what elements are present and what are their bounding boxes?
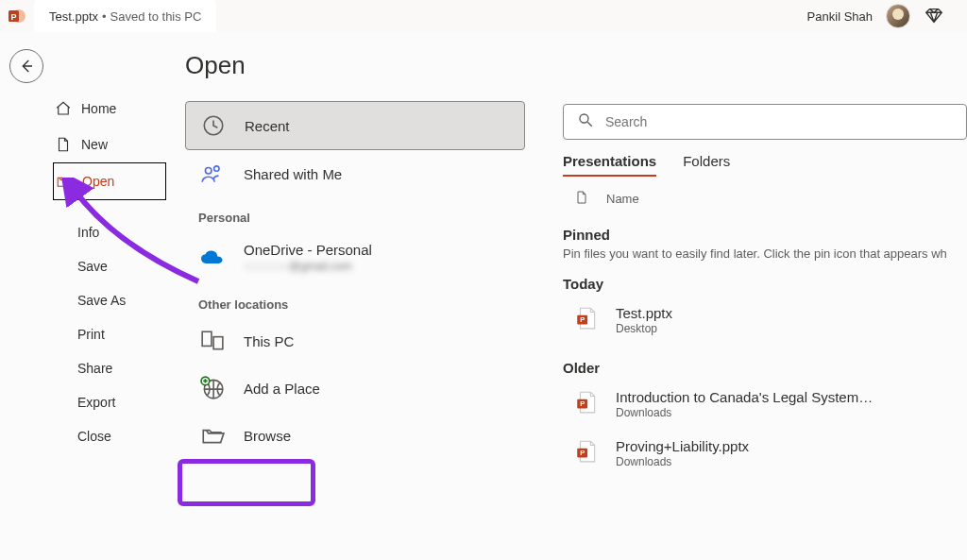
- file-row[interactable]: P Introduction to Canada's Legal System……: [563, 380, 967, 429]
- svg-point-10: [580, 114, 588, 123]
- section-older: Older: [563, 360, 967, 376]
- onedrive-icon: [198, 248, 227, 267]
- source-this-pc[interactable]: This PC: [185, 317, 525, 365]
- username[interactable]: Pankil Shah: [807, 9, 873, 24]
- search-icon: [577, 111, 594, 132]
- file-icon: [574, 190, 589, 208]
- svg-text:P: P: [580, 315, 585, 324]
- section-today: Today: [563, 276, 967, 292]
- backstage-sidebar: Home New Open Info Save Save As Print Sh…: [53, 32, 166, 560]
- file-row[interactable]: P Test.pptx Desktop: [563, 296, 967, 345]
- section-pinned: Pinned: [563, 227, 967, 243]
- save-status: Saved to this PC: [110, 9, 202, 24]
- sidebar-item-new[interactable]: New: [53, 127, 166, 162]
- onedrive-email: xxxxxxxx@gmail.com: [244, 260, 372, 273]
- sidebar-item-export[interactable]: Export: [53, 385, 166, 419]
- annotation-highlight: [178, 459, 315, 506]
- sidebar-item-open[interactable]: Open: [53, 162, 166, 200]
- svg-text:P: P: [580, 399, 585, 408]
- list-header[interactable]: Name: [563, 177, 967, 212]
- group-other: Other locations: [185, 284, 525, 317]
- source-shared[interactable]: Shared with Me: [185, 150, 525, 197]
- document-tab[interactable]: Test.pptx • Saved to this PC: [34, 0, 216, 32]
- source-onedrive[interactable]: OneDrive - Personal xxxxxxxx@gmail.com: [185, 230, 525, 284]
- open-folder-icon: [56, 173, 73, 190]
- svg-point-4: [205, 168, 212, 175]
- home-icon: [55, 100, 72, 117]
- clock-icon: [199, 113, 228, 138]
- svg-rect-7: [213, 337, 223, 349]
- source-browse[interactable]: Browse: [185, 412, 525, 459]
- search-input[interactable]: [605, 114, 953, 129]
- group-personal: Personal: [185, 197, 525, 230]
- source-add-place[interactable]: Add a Place: [185, 365, 525, 412]
- user-avatar[interactable]: [886, 4, 910, 28]
- tab-folders[interactable]: Folders: [683, 153, 730, 177]
- presentation-file-icon: P: [574, 306, 599, 334]
- premium-icon[interactable]: [924, 5, 944, 28]
- sidebar-item-share[interactable]: Share: [53, 351, 166, 385]
- page-title: Open: [185, 51, 525, 80]
- sidebar-item-info[interactable]: Info: [53, 215, 166, 249]
- browse-folder-icon: [198, 423, 227, 448]
- svg-rect-6: [202, 331, 212, 346]
- sidebar-item-print[interactable]: Print: [53, 317, 166, 351]
- new-icon: [55, 136, 72, 153]
- sidebar-item-save-as[interactable]: Save As: [53, 283, 166, 317]
- this-pc-icon: [198, 329, 227, 353]
- titlebar: P Test.pptx • Saved to this PC Pankil Sh…: [0, 0, 967, 32]
- sidebar-item-save[interactable]: Save: [53, 249, 166, 283]
- add-place-icon: [198, 376, 227, 400]
- presentation-file-icon: P: [574, 390, 599, 418]
- sidebar-item-home[interactable]: Home: [53, 91, 166, 127]
- people-icon: [198, 161, 227, 186]
- presentation-file-icon: P: [574, 439, 599, 467]
- tab-presentations[interactable]: Presentations: [563, 153, 656, 177]
- svg-text:P: P: [10, 12, 16, 22]
- search-box[interactable]: [563, 104, 967, 140]
- source-recent[interactable]: Recent: [185, 101, 525, 150]
- powerpoint-app-icon: P: [0, 0, 34, 32]
- pinned-hint: Pin files you want to easily find later.…: [563, 246, 967, 261]
- svg-text:P: P: [580, 449, 585, 457]
- sidebar-item-close[interactable]: Close: [53, 419, 166, 453]
- file-row[interactable]: P Proving+Liability.pptx Downloads: [563, 429, 967, 478]
- svg-point-5: [214, 166, 219, 171]
- document-filename: Test.pptx: [49, 9, 98, 24]
- back-button[interactable]: [9, 49, 43, 83]
